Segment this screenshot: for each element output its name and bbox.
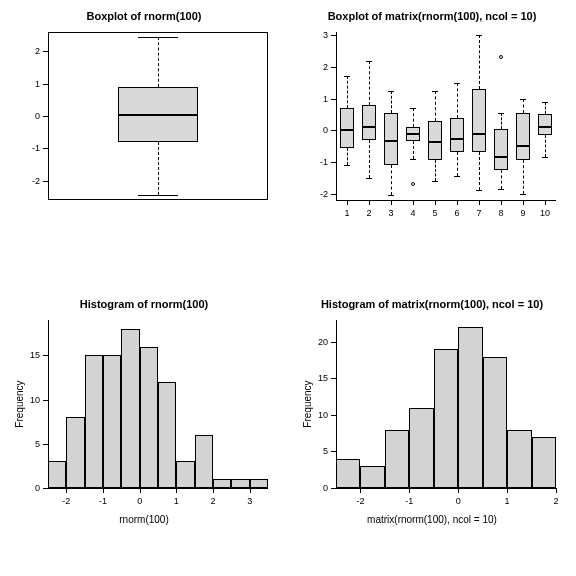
- x-tick: [360, 488, 361, 493]
- y-tick-label: 0: [0, 111, 40, 121]
- y-axis-title: Frequency: [302, 380, 313, 427]
- y-tick-label: 5: [288, 446, 328, 456]
- whisker-cap: [542, 157, 549, 158]
- median: [362, 126, 375, 128]
- whisker-upper: [158, 37, 159, 87]
- median: [384, 140, 397, 142]
- y-tick: [331, 342, 336, 343]
- whisker-cap: [498, 189, 505, 190]
- y-tick: [331, 378, 336, 379]
- x-tick: [347, 200, 348, 205]
- y-tick-label: 0: [288, 483, 328, 493]
- x-tick: [176, 488, 177, 493]
- whisker-cap: [366, 178, 373, 179]
- x-tick-label: 2: [210, 496, 215, 506]
- x-axis-title: matrix(rnorm(100), ncol = 10): [288, 514, 576, 525]
- y-tick: [43, 400, 48, 401]
- x-tick-label: -2: [356, 496, 364, 506]
- y-tick: [43, 488, 48, 489]
- box: [516, 113, 529, 161]
- whisker-lower: [413, 141, 414, 158]
- x-tick: [213, 488, 214, 493]
- whisker-cap: [138, 195, 178, 196]
- whisker-cap: [388, 195, 395, 196]
- whisker-upper: [413, 108, 414, 127]
- whisker-cap: [388, 91, 395, 92]
- boxplot-single: Boxplot of rnorm(100) -2-1012: [0, 0, 288, 288]
- y-tick: [43, 355, 48, 356]
- median: [428, 141, 441, 143]
- hist-bar: [48, 461, 66, 488]
- whisker-upper: [523, 99, 524, 113]
- whisker-lower: [369, 140, 370, 178]
- x-tick: [103, 488, 104, 493]
- median: [406, 133, 419, 135]
- whisker-cap: [344, 165, 351, 166]
- hist-bar: [250, 479, 268, 488]
- x-tick-label: 0: [456, 496, 461, 506]
- median: [118, 114, 198, 116]
- whisker-lower: [347, 148, 348, 165]
- y-tick-label: 15: [0, 350, 40, 360]
- whisker-cap: [476, 35, 483, 36]
- box: [362, 105, 375, 140]
- hist-bar: [434, 349, 458, 488]
- whisker-lower: [435, 160, 436, 181]
- x-tick-label: 1: [505, 496, 510, 506]
- median: [450, 138, 463, 140]
- y-tick-label: 3: [288, 30, 328, 40]
- whisker-lower: [545, 135, 546, 157]
- chart-title: Histogram of matrix(rnorm(100), ncol = 1…: [288, 298, 576, 310]
- y-tick-label: -1: [0, 143, 40, 153]
- whisker-cap: [476, 190, 483, 191]
- hist-bar: [85, 355, 103, 488]
- x-axis-line: [48, 488, 268, 489]
- x-tick: [413, 200, 414, 205]
- y-tick-label: -2: [288, 189, 328, 199]
- median: [538, 126, 551, 128]
- x-tick-label: 1: [344, 208, 349, 218]
- x-axis-title: rnorm(100): [0, 514, 288, 525]
- x-tick-label: 5: [432, 208, 437, 218]
- x-tick-label: 1: [174, 496, 179, 506]
- chart-title: Boxplot of rnorm(100): [0, 10, 288, 22]
- hist-bar: [103, 355, 121, 488]
- hist-bar: [385, 430, 409, 488]
- histogram-matrix: Histogram of matrix(rnorm(100), ncol = 1…: [288, 288, 576, 576]
- y-tick-label: 20: [288, 337, 328, 347]
- x-tick: [507, 488, 508, 493]
- x-tick-label: 8: [498, 208, 503, 218]
- y-axis-line: [336, 32, 337, 200]
- hist-bar: [213, 479, 231, 488]
- hist-bar: [336, 459, 360, 488]
- hist-bar: [195, 435, 213, 488]
- whisker-cap: [138, 37, 178, 38]
- hist-bar: [360, 466, 384, 488]
- x-tick: [479, 200, 480, 205]
- x-tick: [66, 488, 67, 493]
- median: [340, 129, 353, 131]
- x-tick: [391, 200, 392, 205]
- whisker-upper: [545, 102, 546, 115]
- y-tick-label: -2: [0, 176, 40, 186]
- x-tick: [457, 200, 458, 205]
- y-tick: [331, 451, 336, 452]
- hist-bar: [158, 382, 176, 488]
- x-tick-label: 4: [410, 208, 415, 218]
- x-tick-label: -1: [99, 496, 107, 506]
- y-tick-label: 0: [0, 483, 40, 493]
- x-tick-label: 2: [553, 496, 558, 506]
- boxplot-matrix: Boxplot of matrix(rnorm(100), ncol = 10)…: [288, 0, 576, 288]
- hist-bar: [176, 461, 194, 488]
- y-axis-line: [48, 32, 49, 200]
- x-tick-label: 7: [476, 208, 481, 218]
- whisker-lower: [457, 152, 458, 176]
- box: [494, 129, 507, 170]
- whisker-cap: [454, 83, 461, 84]
- x-tick: [140, 488, 141, 493]
- whisker-upper: [435, 91, 436, 121]
- x-tick-label: 3: [247, 496, 252, 506]
- y-tick-label: 0: [288, 125, 328, 135]
- median: [472, 133, 485, 135]
- whisker-cap: [410, 108, 417, 109]
